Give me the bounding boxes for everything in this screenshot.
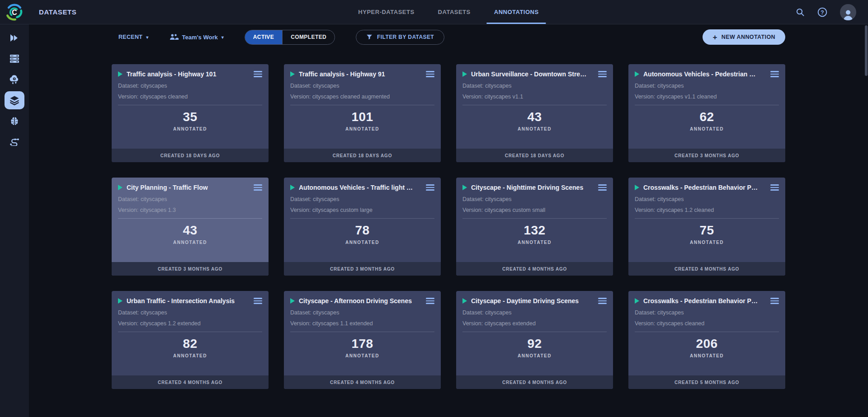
play-icon — [290, 298, 295, 304]
card-divider — [290, 332, 434, 332]
card-menu-icon[interactable] — [770, 70, 779, 78]
card-divider — [635, 105, 779, 105]
header-tabs: HYPER-DATASETS DATASETS ANNOTATIONS — [357, 0, 539, 24]
new-annotation-button[interactable]: + NEW ANNOTATION — [703, 29, 785, 45]
team-dropdown[interactable]: Team's Work ▾ — [170, 34, 224, 41]
card-created-label: CREATED 4 MONTHS AGO — [456, 375, 613, 389]
annotation-card[interactable]: Crosswalks - Pedestrian Behavior P… Data… — [628, 178, 785, 276]
card-version-line: Version: cityscapes v1.1 cleaned — [628, 94, 785, 100]
annotation-card[interactable]: Traffic analysis - Highway 101 Dataset: … — [112, 64, 269, 162]
team-label: Team's Work — [182, 34, 218, 41]
sort-label: RECENT — [118, 34, 142, 40]
card-version-line: Version: cityscapes v1.1 — [456, 94, 613, 100]
card-title: Autonomous Vehicles - Pedestrian … — [643, 70, 766, 78]
card-version-line: Version: cityscapes 1.1 extended — [284, 320, 441, 327]
main-content: RECENT ▾ Team's Work ▾ ACTIVE COMPLETED — [29, 24, 868, 417]
card-menu-icon[interactable] — [770, 297, 779, 305]
card-annotated-count: 206 — [628, 337, 785, 351]
chevron-down-icon: ▾ — [222, 35, 224, 40]
search-icon[interactable] — [796, 8, 805, 17]
card-created-label: CREATED 3 MONTHS AGO — [628, 149, 785, 162]
card-created-label: CREATED 4 MONTHS AGO — [456, 262, 613, 276]
chevron-down-icon: ▾ — [146, 35, 148, 40]
toggle-active[interactable]: ACTIVE — [245, 30, 282, 44]
annotation-card[interactable]: Cityscape - Daytime Driving Scenes Datas… — [456, 291, 613, 389]
card-menu-icon[interactable] — [770, 183, 779, 192]
filter-by-dataset-button[interactable]: FILTER BY DATASET — [356, 30, 444, 45]
card-annotated-count: 62 — [628, 110, 785, 124]
tab-datasets[interactable]: DATASETS — [437, 0, 472, 24]
card-annotated-label: ANNOTATED — [628, 353, 785, 358]
annotation-card[interactable]: Autonomous Vehicles - Pedestrian … Datas… — [628, 64, 785, 162]
annotation-card[interactable]: Urban Surveillance - Downtown Stre… Data… — [456, 64, 613, 162]
card-annotated-label: ANNOTATED — [628, 240, 785, 245]
card-menu-icon[interactable] — [426, 297, 434, 305]
card-annotated-label: ANNOTATED — [456, 127, 613, 131]
card-annotated-count: 101 — [284, 110, 441, 124]
card-created-label: CREATED 18 DAYS AGO — [456, 149, 613, 162]
datasets-layers-icon — [9, 95, 20, 106]
card-menu-icon[interactable] — [598, 183, 607, 192]
card-menu-icon[interactable] — [426, 70, 434, 78]
annotation-card[interactable]: City Planning - Traffic Flow Dataset: ci… — [112, 178, 269, 276]
card-version-line: Version: cityscapes 1.3 — [112, 207, 269, 213]
sidebar-item-workers[interactable] — [5, 50, 24, 68]
scrollbar-track[interactable] — [864, 24, 868, 417]
play-icon — [118, 298, 123, 304]
card-title: Crosswalks - Pedestrian Behavior P… — [643, 297, 766, 305]
card-annotated-label: ANNOTATED — [284, 127, 441, 131]
scrollbar-thumb[interactable] — [865, 25, 868, 76]
card-dataset-line: Dataset: cityscapes — [112, 83, 269, 89]
tab-annotations[interactable]: ANNOTATIONS — [493, 0, 540, 24]
card-divider — [462, 105, 607, 105]
card-menu-icon[interactable] — [254, 297, 262, 305]
svg-text:?: ? — [821, 9, 824, 15]
play-icon — [290, 185, 295, 190]
card-annotated-count: 178 — [284, 337, 441, 351]
toggle-completed[interactable]: COMPLETED — [282, 30, 335, 44]
sort-dropdown[interactable]: RECENT ▾ — [118, 34, 149, 40]
card-title: City Planning - Traffic Flow — [127, 184, 250, 191]
sidebar-item-models[interactable] — [5, 112, 24, 130]
card-menu-icon[interactable] — [426, 183, 434, 192]
annotation-card[interactable]: Traffic analysis - Highway 91 Dataset: c… — [284, 64, 441, 162]
clearml-logo-icon: C — [5, 2, 24, 22]
card-menu-icon[interactable] — [598, 297, 607, 305]
profile-avatar[interactable] — [840, 4, 856, 20]
tab-hyper-datasets[interactable]: HYPER-DATASETS — [357, 0, 415, 24]
sidebar-item-projects[interactable] — [5, 29, 24, 47]
card-divider — [635, 332, 779, 332]
card-version-line: Version: cityscapes cleaned — [112, 94, 269, 100]
annotation-card[interactable]: Cityscape - Afternoon Driving Scenes Dat… — [284, 291, 441, 389]
card-menu-icon[interactable] — [254, 70, 262, 78]
card-annotated-count: 43 — [112, 223, 269, 238]
card-divider — [462, 332, 607, 332]
card-menu-icon[interactable] — [598, 70, 607, 78]
card-version-line: Version: cityscapes 1.2 cleaned — [628, 207, 785, 213]
card-title: Urban Traffic - Intersection Analysis — [127, 297, 250, 305]
annotation-card[interactable]: Urban Traffic - Intersection Analysis Da… — [112, 291, 269, 389]
annotation-card[interactable]: Crosswalks - Pedestrian Behavior P… Data… — [628, 291, 785, 389]
svg-text:C: C — [12, 8, 17, 16]
card-dataset-line: Dataset: cityscapes — [112, 196, 269, 202]
sidebar-item-pipelines[interactable] — [5, 133, 24, 151]
funnel-icon — [366, 34, 373, 40]
help-icon[interactable]: ? — [817, 7, 827, 17]
card-annotated-label: ANNOTATED — [112, 353, 269, 358]
card-annotated-label: ANNOTATED — [284, 240, 441, 245]
card-version-line: Version: cityscapes cleaned — [628, 320, 785, 327]
card-divider — [118, 218, 262, 219]
play-icon — [118, 71, 123, 77]
annotation-card[interactable]: Cityscape - Nighttime Driving Scenes Dat… — [456, 178, 613, 276]
annotation-card[interactable]: Autonomous Vehicles - Traffic light … Da… — [284, 178, 441, 276]
card-title: Urban Surveillance - Downtown Stre… — [471, 70, 594, 78]
card-annotated-count: 82 — [112, 337, 269, 351]
sidebar-item-orchestration[interactable] — [5, 70, 24, 89]
toolbar: RECENT ▾ Team's Work ▾ ACTIVE COMPLETED — [112, 28, 785, 46]
card-annotated-count: 92 — [456, 337, 613, 351]
card-menu-icon[interactable] — [254, 183, 262, 192]
app-logo[interactable]: C — [0, 2, 29, 22]
play-icon — [635, 185, 639, 190]
sidebar-item-datasets[interactable] — [5, 91, 24, 109]
card-dataset-line: Dataset: cityscapes — [456, 83, 613, 89]
